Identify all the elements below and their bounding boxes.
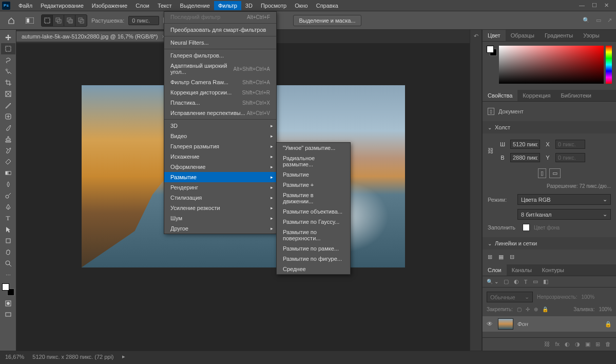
submenu-item-Размытие[interactable]: Размытие	[277, 169, 350, 180]
guides-icon[interactable]: ⊟	[510, 254, 514, 260]
tab-Каналы[interactable]: Каналы	[507, 264, 537, 276]
layer-fx-icon[interactable]: fx	[555, 341, 560, 348]
menu-выделение[interactable]: Выделение	[176, 1, 214, 10]
tab-Слои[interactable]: Слои	[483, 264, 507, 276]
ruler-icon[interactable]: ⊞	[488, 254, 492, 260]
menu-item-Видео[interactable]: Видео	[164, 131, 276, 141]
canvas-section-header[interactable]: Холст	[483, 121, 616, 133]
shape-tool-icon[interactable]	[1, 235, 15, 246]
lock-position-icon[interactable]: ✢	[526, 306, 530, 312]
color-picker[interactable]	[483, 42, 616, 90]
selection-subtract-icon[interactable]	[64, 15, 75, 26]
filter-shape-icon[interactable]: ▭	[533, 278, 538, 285]
menu-item-Размытие[interactable]: Размытие	[164, 172, 276, 182]
adjustment-layer-icon[interactable]: ◑	[575, 341, 580, 348]
move-tool-icon[interactable]	[1, 32, 15, 43]
minimize-icon[interactable]: —	[579, 2, 585, 9]
menu-item-Стилизация[interactable]: Стилизация	[164, 193, 276, 203]
layer-mask-icon[interactable]: ◐	[565, 341, 570, 348]
menu-справка[interactable]: Справка	[312, 1, 342, 10]
new-layer-icon[interactable]: ⊞	[595, 341, 600, 348]
pen-tool-icon[interactable]	[1, 201, 15, 213]
path-select-tool-icon[interactable]	[1, 224, 15, 235]
tab-Контуры[interactable]: Контуры	[537, 264, 569, 276]
filter-smart-icon[interactable]: ◧	[543, 278, 548, 285]
lasso-tool-icon[interactable]	[1, 54, 15, 66]
submenu-item-Размытие в движении...[interactable]: Размытие в движении...	[277, 190, 350, 206]
link-icon[interactable]: ⛓	[488, 147, 494, 155]
tab-Образцы[interactable]: Образцы	[506, 30, 540, 41]
menu-item-3D[interactable]: 3D	[164, 121, 276, 131]
submenu-item-Радиальное размытие...[interactable]: Радиальное размытие...	[277, 153, 350, 169]
menu-item-Искажение[interactable]: Искажение	[164, 151, 276, 162]
submenu-item-Среднее[interactable]: Среднее	[277, 264, 350, 274]
menu-item-Галерея размытия[interactable]: Галерея размытия	[164, 141, 276, 151]
lock-artboard-icon[interactable]: ⊕	[534, 306, 538, 312]
blur-tool-icon[interactable]	[1, 179, 15, 190]
menu-item-Пластика...[interactable]: Пластика...Shift+Ctrl+X	[164, 98, 276, 108]
menu-item-Neural Filters...[interactable]: Neural Filters...	[164, 37, 276, 48]
menu-item-Коррекция дисторсии...[interactable]: Коррекция дисторсии...Shift+Ctrl+R	[164, 87, 276, 98]
tab-Цвет[interactable]: Цвет	[483, 30, 506, 41]
menu-изображение[interactable]: Изображение	[88, 1, 131, 10]
toolbar-more-icon[interactable]: ⋯	[1, 269, 15, 280]
history-brush-tool-icon[interactable]	[1, 145, 15, 156]
group-icon[interactable]: ▣	[585, 341, 590, 348]
zoom-tool-icon[interactable]	[1, 258, 15, 269]
menu-item-Адаптивный широкий угол...[interactable]: Адаптивный широкий угол...Alt+Shift+Ctrl…	[164, 61, 276, 77]
lock-all-icon[interactable]: 🔒	[542, 306, 548, 312]
height-input[interactable]	[510, 153, 540, 162]
submenu-item-Размытие по рамке...[interactable]: Размытие по рамке...	[277, 243, 350, 254]
maximize-icon[interactable]: ☐	[592, 2, 597, 9]
tab-Свойства[interactable]: Свойства	[483, 90, 517, 101]
stamp-tool-icon[interactable]	[1, 133, 15, 145]
menu-item-Исправление перспективы...[interactable]: Исправление перспективы...Alt+Ctrl+V	[164, 108, 276, 118]
close-icon[interactable]: ✕	[604, 2, 609, 9]
portrait-icon[interactable]: ▯	[538, 168, 546, 178]
dock-history-icon[interactable]: ↶	[474, 33, 478, 40]
color-swatch[interactable]	[2, 283, 14, 296]
tab-Градиенты[interactable]: Градиенты	[540, 30, 578, 41]
submenu-item-Размытие +[interactable]: Размытие +	[277, 180, 350, 190]
quick-select-tool-icon[interactable]	[1, 66, 15, 77]
menu-просмотр[interactable]: Просмотр	[257, 1, 291, 10]
screenmode-icon[interactable]	[1, 309, 15, 320]
menu-item-Фильтр Camera Raw...[interactable]: Фильтр Camera Raw...Shift+Ctrl+A	[164, 77, 276, 87]
selection-intersect-icon[interactable]	[75, 15, 87, 26]
layer-row[interactable]: 👁 Фон 🔒	[483, 316, 616, 332]
menu-item-Усиление резкости[interactable]: Усиление резкости	[164, 203, 276, 213]
menu-3d[interactable]: 3D	[241, 1, 257, 10]
selection-add-icon[interactable]	[53, 15, 64, 26]
bit-depth-select[interactable]: 8 бит/канал⌄	[517, 209, 611, 220]
layer-thumbnail[interactable]	[498, 318, 513, 330]
grid-icon[interactable]: ▦	[498, 254, 504, 260]
status-arrow-icon[interactable]: ▸	[122, 353, 125, 360]
blend-mode-select[interactable]: Обычные⌄	[487, 292, 533, 302]
type-tool-icon[interactable]: T	[1, 213, 15, 224]
feather-input[interactable]	[128, 16, 159, 25]
eraser-tool-icon[interactable]	[1, 156, 15, 167]
hand-tool-icon[interactable]	[1, 246, 15, 258]
fill-swatch[interactable]	[523, 224, 530, 231]
submenu-item-Размытие по фигуре...[interactable]: Размытие по фигуре...	[277, 254, 350, 264]
filter-adjust-icon[interactable]: ◐	[514, 278, 519, 285]
share-icon[interactable]: ↗	[607, 17, 612, 24]
submenu-item-Размытие по Гауссу...[interactable]: Размытие по Гауссу...	[277, 217, 350, 227]
landscape-icon[interactable]: ▭	[549, 168, 561, 178]
tab-Библиотеки[interactable]: Библиотеки	[555, 90, 596, 101]
workspace-icon[interactable]: ▭	[596, 17, 601, 24]
delete-layer-icon[interactable]: 🗑	[605, 341, 611, 348]
menu-файл[interactable]: Файл	[14, 1, 36, 10]
filter-pixel-icon[interactable]: ▢	[504, 278, 509, 285]
document-tab[interactable]: autumn-lake-5k-aw-5120x2880.jpg @ 16,7% …	[16, 31, 171, 42]
submenu-item-"Умное" размытие...[interactable]: "Умное" размытие...	[277, 143, 350, 153]
frame-tool-icon[interactable]	[1, 88, 15, 100]
tab-Коррекция[interactable]: Коррекция	[517, 90, 555, 101]
eyedropper-tool-icon[interactable]	[1, 100, 15, 111]
heal-tool-icon[interactable]	[1, 111, 15, 122]
crop-tool-icon[interactable]	[1, 77, 15, 88]
gradient-tool-icon[interactable]	[1, 167, 15, 179]
visibility-icon[interactable]: 👁	[487, 320, 494, 328]
lock-icon[interactable]: 🔒	[605, 321, 612, 328]
select-and-mask-button[interactable]: Выделение и маска...	[293, 15, 361, 26]
